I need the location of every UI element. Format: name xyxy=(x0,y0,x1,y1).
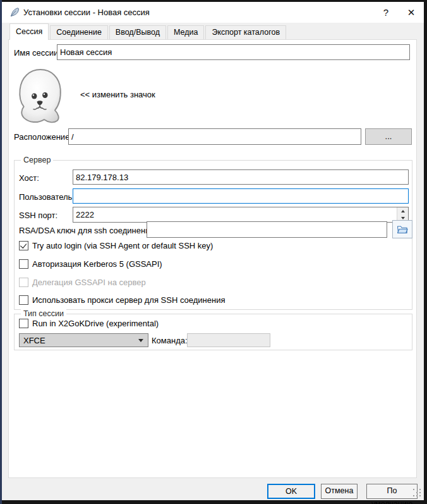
desktop-environment-select[interactable]: XFCE xyxy=(19,333,148,347)
tab-bar: Сессия Соединение Ввод/Вывод Медиа Экспо… xyxy=(9,25,287,39)
session-type-group-title: Тип сессии xyxy=(21,309,66,318)
ssh-key-input[interactable] xyxy=(147,221,387,238)
ssh-proxy-checkbox-label: Использовать прокси сервер для SSH соеди… xyxy=(32,295,226,305)
checkbox-icon[interactable] xyxy=(19,241,28,250)
ssh-port-stepper xyxy=(73,207,409,223)
path-input[interactable] xyxy=(68,128,361,145)
path-label: Расположение: xyxy=(14,132,72,142)
gssapi-delegation-checkbox-row: Делегация GSSAPI на сервер xyxy=(19,278,146,287)
checkbox-icon xyxy=(19,278,28,287)
command-label: Команда: xyxy=(152,336,188,345)
cancel-button[interactable]: Отмена xyxy=(321,484,358,499)
auto-login-checkbox-row[interactable]: Try auto login (via SSH Agent or default… xyxy=(19,241,213,250)
tab-folder-export[interactable]: Экспорт каталогов xyxy=(205,25,286,39)
ssh-port-label: SSH порт: xyxy=(19,211,57,220)
tab-media[interactable]: Медиа xyxy=(167,25,204,39)
ok-button[interactable]: OK xyxy=(267,484,315,499)
session-preferences-dialog: Установки сессии - Новая сессия ? ✕ Сесс… xyxy=(2,2,424,500)
command-input xyxy=(187,333,270,347)
close-icon[interactable]: ✕ xyxy=(400,2,423,23)
tab-connection[interactable]: Соединение xyxy=(50,25,108,39)
desktop-environment-value: XFCE xyxy=(20,336,138,345)
session-icon-seal[interactable] xyxy=(16,68,65,125)
kerberos-checkbox-row[interactable]: Авторизация Kerberos 5 (GSSAPI) xyxy=(19,259,162,269)
user-input[interactable] xyxy=(73,188,409,204)
window-title: Установки сессии - Новая сессия xyxy=(23,2,150,23)
user-label: Пользователь: xyxy=(19,192,75,202)
folder-open-icon xyxy=(397,225,408,234)
chevron-down-icon xyxy=(138,339,143,342)
titlebar[interactable]: Установки сессии - Новая сессия ? ✕ xyxy=(2,2,424,23)
arrow-up-icon xyxy=(401,210,405,212)
server-group: Сервер Хост: Пользователь: SSH порт: RSA… xyxy=(14,160,412,310)
arrow-down-icon xyxy=(401,217,405,219)
defaults-button[interactable]: По умолчанию xyxy=(366,484,418,499)
ssh-port-input[interactable] xyxy=(73,207,409,223)
browse-key-button[interactable] xyxy=(392,220,412,238)
tab-panel-session: Имя сессии: xyxy=(8,39,417,478)
host-input[interactable] xyxy=(73,169,409,185)
checkbox-icon[interactable] xyxy=(19,259,28,269)
help-button[interactable]: ? xyxy=(375,2,397,23)
kdrive-checkbox-row[interactable]: Run in X2GoKDrive (experimental) xyxy=(19,319,159,328)
tab-input-output[interactable]: Ввод/Вывод xyxy=(109,25,166,39)
browse-path-button[interactable]: ... xyxy=(365,128,412,145)
server-group-title: Сервер xyxy=(21,156,53,164)
spin-up-button[interactable] xyxy=(397,207,408,215)
auto-login-checkbox-label: Try auto login (via SSH Agent or default… xyxy=(32,241,213,250)
ssh-proxy-checkbox-row[interactable]: Использовать прокси сервер для SSH соеди… xyxy=(19,295,226,305)
gssapi-delegation-checkbox-label: Делегация GSSAPI на сервер xyxy=(32,278,146,287)
session-name-input[interactable] xyxy=(57,44,410,60)
session-name-label: Имя сессии: xyxy=(14,48,61,58)
session-type-group: Тип сессии Run in X2GoKDrive (experiment… xyxy=(14,314,412,350)
checkbox-icon[interactable] xyxy=(19,295,28,305)
resize-grip[interactable] xyxy=(413,489,421,497)
checkbox-icon[interactable] xyxy=(19,319,28,328)
tab-session[interactable]: Сессия xyxy=(9,23,49,40)
kerberos-checkbox-label: Авторизация Kerberos 5 (GSSAPI) xyxy=(32,259,162,269)
host-label: Хост: xyxy=(19,173,39,183)
kdrive-checkbox-label: Run in X2GoKDrive (experimental) xyxy=(32,319,159,328)
ssh-key-label: RSA/DSA ключ для ssh соединения: xyxy=(19,226,157,235)
change-icon-link[interactable]: << изменить значок xyxy=(80,90,155,99)
quill-icon xyxy=(9,7,20,18)
screen: Установки сессии - Новая сессия ? ✕ Сесс… xyxy=(0,0,427,504)
